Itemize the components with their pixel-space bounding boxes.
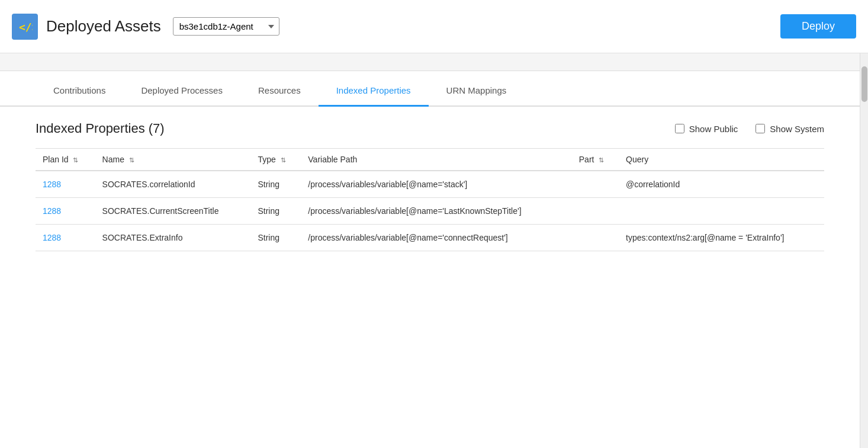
table-row: 1288SOCRATES.CurrentScreenTitleString/pr… bbox=[36, 198, 824, 225]
col-variable-path: Variable Path bbox=[301, 149, 571, 171]
col-query: Query bbox=[619, 149, 824, 171]
agent-selector[interactable]: bs3e1cdb1z-Agent bbox=[173, 17, 279, 36]
col-plan-id-label: Plan Id bbox=[43, 155, 69, 164]
table-body: 1288SOCRATES.correlationIdString/process… bbox=[36, 171, 824, 251]
cell-variable-path: /process/variables/variable[@name='conne… bbox=[301, 225, 571, 251]
cell-type: String bbox=[250, 171, 301, 198]
sort-icon-plan-id: ⇅ bbox=[73, 156, 78, 164]
col-type[interactable]: Type ⇅ bbox=[250, 149, 301, 171]
show-public-label[interactable]: Show Public bbox=[675, 124, 738, 134]
cell-plan-id[interactable]: 1288 bbox=[36, 225, 95, 251]
filter-checkboxes: Show Public Show System bbox=[675, 124, 824, 134]
content-area: Indexed Properties (7) Show Public Show … bbox=[0, 107, 860, 265]
table-header: Plan Id ⇅ Name ⇅ Type ⇅ Variable Path bbox=[36, 149, 824, 171]
cell-part bbox=[572, 171, 619, 198]
col-part-label: Part bbox=[579, 155, 594, 164]
subheader-band bbox=[0, 53, 860, 71]
svg-text:</>: </> bbox=[19, 21, 33, 33]
cell-plan-id[interactable]: 1288 bbox=[36, 171, 95, 198]
show-public-checkbox[interactable] bbox=[675, 124, 684, 133]
col-type-label: Type bbox=[258, 155, 275, 164]
sort-icon-name: ⇅ bbox=[129, 156, 134, 164]
app-icon: </> bbox=[12, 14, 38, 40]
cell-type: String bbox=[250, 225, 301, 251]
show-system-text: Show System bbox=[770, 124, 824, 134]
col-plan-id[interactable]: Plan Id ⇅ bbox=[36, 149, 95, 171]
table-header-row: Plan Id ⇅ Name ⇅ Type ⇅ Variable Path bbox=[36, 149, 824, 171]
tabs-bar: Contributions Deployed Processes Resourc… bbox=[0, 77, 860, 107]
table-row: 1288SOCRATES.ExtraInfoString/process/var… bbox=[36, 225, 824, 251]
cell-type: String bbox=[250, 198, 301, 225]
tab-indexed-properties[interactable]: Indexed Properties bbox=[319, 77, 429, 107]
scrollbar-track[interactable] bbox=[860, 53, 868, 448]
table-row: 1288SOCRATES.correlationIdString/process… bbox=[36, 171, 824, 198]
col-part[interactable]: Part ⇅ bbox=[572, 149, 619, 171]
cell-plan-id[interactable]: 1288 bbox=[36, 198, 95, 225]
show-system-checkbox[interactable] bbox=[756, 124, 765, 133]
col-query-label: Query bbox=[626, 155, 648, 164]
app-header: </> Deployed Assets bs3e1cdb1z-Agent Dep… bbox=[0, 0, 868, 53]
main-content: Contributions Deployed Processes Resourc… bbox=[0, 53, 860, 448]
cell-name: SOCRATES.correlationId bbox=[95, 171, 251, 198]
cell-query: @correlationId bbox=[619, 171, 824, 198]
tab-contributions[interactable]: Contributions bbox=[36, 77, 123, 107]
cell-part bbox=[572, 225, 619, 251]
cell-name: SOCRATES.CurrentScreenTitle bbox=[95, 198, 251, 225]
tab-resources[interactable]: Resources bbox=[240, 77, 319, 107]
col-name[interactable]: Name ⇅ bbox=[95, 149, 251, 171]
cell-name: SOCRATES.ExtraInfo bbox=[95, 225, 251, 251]
cell-query bbox=[619, 198, 824, 225]
cell-variable-path: /process/variables/variable[@name='LastK… bbox=[301, 198, 571, 225]
show-public-text: Show Public bbox=[689, 124, 738, 134]
cell-variable-path: /process/variables/variable[@name='stack… bbox=[301, 171, 571, 198]
indexed-properties-table: Plan Id ⇅ Name ⇅ Type ⇅ Variable Path bbox=[36, 148, 824, 251]
sort-icon-type: ⇅ bbox=[281, 156, 286, 164]
deploy-button[interactable]: Deploy bbox=[780, 14, 856, 39]
page-wrapper: Contributions Deployed Processes Resourc… bbox=[0, 53, 868, 448]
tab-urn-mappings[interactable]: URN Mappings bbox=[429, 77, 525, 107]
col-name-label: Name bbox=[102, 155, 124, 164]
show-system-label[interactable]: Show System bbox=[756, 124, 824, 134]
page-title: Deployed Assets bbox=[46, 17, 161, 36]
tab-deployed-processes[interactable]: Deployed Processes bbox=[123, 77, 240, 107]
col-variable-path-label: Variable Path bbox=[308, 155, 357, 164]
scrollbar-thumb[interactable] bbox=[861, 66, 867, 102]
section-header-row: Indexed Properties (7) Show Public Show … bbox=[36, 121, 824, 136]
cell-query: types:context/ns2:arg[@name = 'ExtraInfo… bbox=[619, 225, 824, 251]
section-title: Indexed Properties (7) bbox=[36, 121, 675, 136]
sort-icon-part: ⇅ bbox=[599, 156, 604, 164]
cell-part bbox=[572, 198, 619, 225]
